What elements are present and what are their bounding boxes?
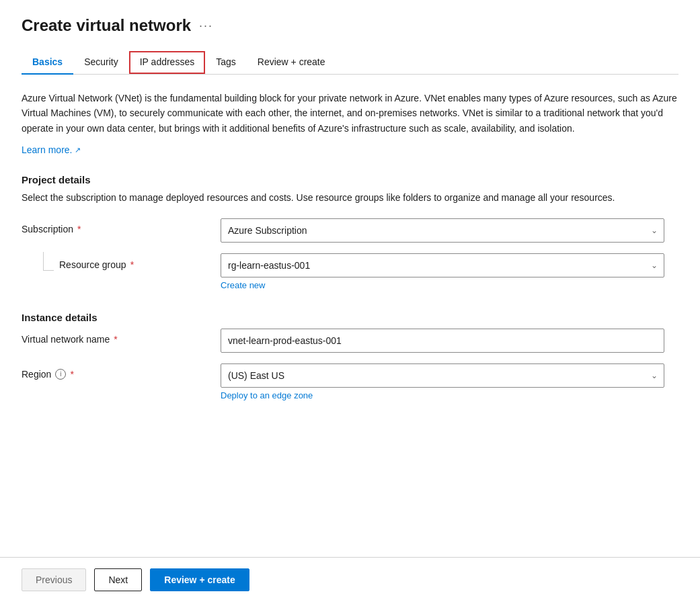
page-title: Create virtual network xyxy=(22,16,191,35)
region-control-col: (US) East US ⌄ Deploy to an edge zone xyxy=(221,363,664,400)
learn-more-label: Learn more. xyxy=(22,142,72,157)
region-label: Region xyxy=(22,369,51,380)
tab-basics[interactable]: Basics xyxy=(22,51,73,74)
page-container: Create virtual network ··· Basics Securi… xyxy=(0,0,700,602)
vnet-name-label-col: Virtual network name * xyxy=(22,329,210,345)
tab-security[interactable]: Security xyxy=(73,51,129,74)
vnet-name-row: Virtual network name * xyxy=(22,329,678,353)
subscription-row: Subscription * Azure Subscription ⌄ xyxy=(22,218,678,243)
main-content: Create virtual network ··· Basics Securi… xyxy=(0,0,700,557)
tab-ip-addresses[interactable]: IP addresses xyxy=(129,51,205,74)
resource-group-required: * xyxy=(130,259,134,270)
review-create-button[interactable]: Review + create xyxy=(150,568,249,591)
tabs-bar: Basics Security IP addresses Tags Review… xyxy=(22,51,678,75)
project-details-title: Project details xyxy=(22,174,678,185)
tab-review-create[interactable]: Review + create xyxy=(247,51,336,74)
subscription-select-wrapper: Azure Subscription ⌄ xyxy=(221,218,664,243)
resource-group-label: Resource group xyxy=(59,259,126,270)
external-link-icon: ↗ xyxy=(75,144,81,157)
tab-tags[interactable]: Tags xyxy=(205,51,247,74)
previous-button[interactable]: Previous xyxy=(22,568,86,591)
more-options-icon[interactable]: ··· xyxy=(199,19,213,33)
instance-details-section: Instance details Virtual network name * … xyxy=(22,312,678,400)
resource-group-control-col: rg-learn-eastus-001 ⌄ Create new xyxy=(221,253,664,290)
description-block: Azure Virtual Network (VNet) is the fund… xyxy=(22,91,678,158)
vnet-name-control-col xyxy=(221,329,664,353)
vnet-name-input[interactable] xyxy=(221,329,664,353)
subscription-required: * xyxy=(77,224,81,234)
subscription-select[interactable]: Azure Subscription xyxy=(221,218,664,243)
footer: Previous Next Review + create xyxy=(0,557,700,602)
resource-group-select-wrapper: rg-learn-eastus-001 ⌄ xyxy=(221,253,664,277)
region-select[interactable]: (US) East US xyxy=(221,363,664,388)
region-info-icon[interactable]: i xyxy=(55,369,66,380)
region-required: * xyxy=(70,369,73,380)
edge-zone-link[interactable]: Deploy to an edge zone xyxy=(221,390,664,400)
next-button[interactable]: Next xyxy=(94,568,142,591)
resource-group-row: Resource group * rg-learn-eastus-001 ⌄ C… xyxy=(22,253,678,290)
resource-group-select[interactable]: rg-learn-eastus-001 xyxy=(221,253,664,277)
create-new-link[interactable]: Create new xyxy=(221,280,664,290)
page-title-row: Create virtual network ··· xyxy=(22,16,678,35)
region-label-col: Region i * xyxy=(22,363,210,380)
subscription-control-col: Azure Subscription ⌄ xyxy=(221,218,664,243)
vnet-name-label: Virtual network name xyxy=(22,334,110,345)
instance-details-title: Instance details xyxy=(22,312,678,323)
learn-more-link[interactable]: Learn more. ↗ xyxy=(22,142,81,157)
description-text: Azure Virtual Network (VNet) is the fund… xyxy=(22,91,678,136)
subscription-label: Subscription xyxy=(22,224,73,234)
resource-group-label-col: Resource group * xyxy=(22,253,210,271)
region-select-wrapper: (US) East US ⌄ xyxy=(221,363,664,388)
region-row: Region i * (US) East US ⌄ Deploy to an e… xyxy=(22,363,678,400)
project-details-section: Project details Select the subscription … xyxy=(22,174,678,290)
subscription-label-col: Subscription * xyxy=(22,218,210,234)
vnet-name-required: * xyxy=(114,334,117,345)
project-details-desc: Select the subscription to manage deploy… xyxy=(22,191,678,205)
